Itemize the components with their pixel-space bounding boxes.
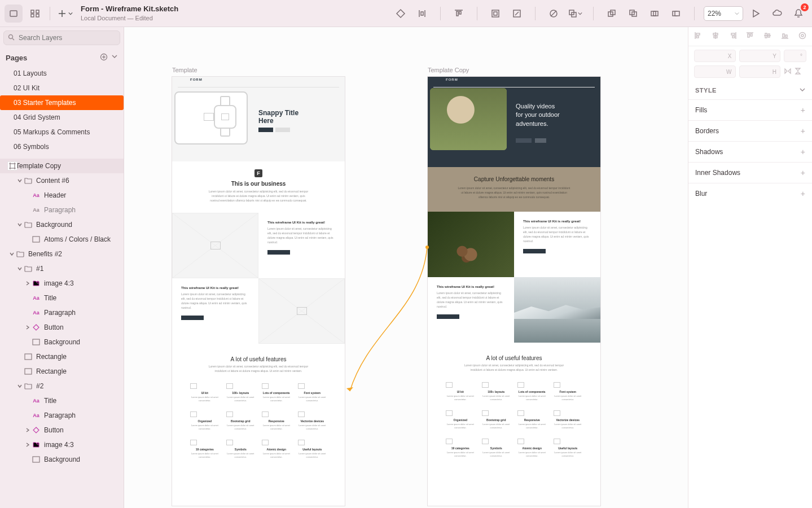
create-symbol-icon[interactable] [392,5,410,23]
forward-icon[interactable] [603,5,621,23]
preview-icon[interactable] [747,5,765,23]
layer-row[interactable]: Rectangle [0,349,124,364]
collapse-pages-icon[interactable] [111,53,118,63]
layer-row[interactable]: Atoms / Colors / Black [0,232,124,247]
layer-row[interactable]: image 4:3 [0,437,124,452]
feature-item: 100+ layoutsLorem ipsum dolor sit amet c… [482,382,511,401]
page-item[interactable]: 04 Grid System [0,110,124,125]
layer-row[interactable]: Background [0,452,124,467]
style-section-row[interactable]: Blur+ [688,183,812,204]
subtract-icon[interactable] [667,5,685,23]
style-section-row[interactable]: Inner Shadows+ [688,162,812,183]
backward-icon[interactable] [624,5,642,23]
boolean-ops-icon[interactable] [566,5,584,23]
style-section-header: STYLE [688,81,812,99]
add-icon[interactable]: + [801,147,805,156]
artboard-label-template-copy[interactable]: Template Copy [428,67,469,73]
layer-row[interactable]: AaParagraph [0,305,124,320]
align-bottom-icon[interactable] [781,32,789,41]
artboard-template[interactable]: FORM Snappy Title Here F This is our bus… [172,77,345,506]
h-field[interactable]: H [739,65,781,78]
page-item[interactable]: 01 Layouts [0,66,124,81]
edit-icon[interactable] [508,5,526,23]
flip-horizontal-icon[interactable] [784,67,792,77]
svg-marker-52 [33,427,39,433]
svg-rect-0 [10,11,17,16]
notifications-icon[interactable]: 2 [789,5,807,23]
align-right-icon[interactable] [729,32,737,41]
notification-badge: 2 [801,3,809,11]
page-item[interactable]: 03 Starter Templates [0,95,124,110]
svg-rect-63 [696,36,699,38]
svg-marker-48 [33,325,39,330]
flip-vertical-icon[interactable] [794,67,802,77]
layer-row[interactable]: Button [0,423,124,437]
layer-row[interactable]: Background [0,217,124,232]
svg-rect-72 [750,34,752,36]
canvas[interactable]: Template Template Copy FORM Snappy Title… [124,27,688,508]
add-page-icon[interactable] [100,53,108,63]
layer-row[interactable]: Content #6 [0,173,124,188]
layer-row[interactable]: Button [0,320,124,335]
align-vcenter-icon[interactable] [763,32,771,41]
mask-icon[interactable] [545,5,563,23]
align-top-icon[interactable] [450,5,468,23]
cloud-icon[interactable] [768,5,786,23]
align-hcenter-icon[interactable] [712,32,719,41]
page-item[interactable]: 06 Symbols [0,139,124,154]
layer-row[interactable]: Rectangle [0,364,124,379]
add-icon[interactable]: + [801,126,805,135]
prototype-link-arrow[interactable] [345,247,436,401]
page-item[interactable]: 05 Markups & Comments [0,125,124,139]
layer-row[interactable]: #1 [0,261,124,276]
align-top-icon[interactable] [746,32,754,41]
w-field[interactable]: W [694,65,736,78]
style-section-row[interactable]: Borders+ [688,120,812,141]
x-field[interactable]: X [694,50,736,62]
layer-row[interactable]: AaParagraph [0,408,124,423]
align-left-icon[interactable] [694,32,702,41]
union-icon[interactable] [646,5,664,23]
features-section: A lot of useful features Lorem ipsum dol… [172,344,345,469]
feature-item: Bootstrap gridLorem ipsum dolor sit amet… [226,411,256,431]
layer-row[interactable]: image 4:3 [0,276,124,291]
style-section-row[interactable]: Shadows+ [688,141,812,162]
components-view-toggle[interactable] [26,5,44,23]
chevron-down-icon[interactable] [800,87,805,94]
settings-icon[interactable] [798,32,806,41]
layer-row[interactable]: AaTitle [0,291,124,305]
svg-rect-49 [33,339,39,345]
feature-item: UI kitLorem ipsum dolor sit amet consect… [190,383,220,402]
insert-button[interactable] [56,5,74,23]
copy-features-section: A lot of useful features Lorem ipsum dol… [428,343,600,468]
feature-item: UI kitLorem ipsum dolor sit amet consect… [446,382,475,401]
layer-row[interactable]: AaHeader [0,188,124,203]
svg-rect-14 [492,10,499,17]
canvas-view-toggle[interactable] [5,5,23,23]
layer-row[interactable]: Template Copy [0,159,124,173]
add-icon[interactable]: + [801,168,805,177]
layer-row[interactable]: Benefits #2 [0,247,124,261]
artboard-template-copy[interactable]: FORM Quality videos for your outdoor adv… [428,77,600,506]
distribute-horizontal-icon[interactable] [413,5,431,23]
y-field[interactable]: Y [739,50,781,62]
artboard-label-template[interactable]: Template [172,67,197,73]
svg-marker-30 [753,10,759,17]
page-item[interactable]: 02 UI Kit [0,81,124,95]
layer-row[interactable]: AaTitle [0,393,124,408]
add-icon[interactable]: + [801,189,805,198]
style-section-row[interactable]: Fills+ [688,99,812,120]
add-icon[interactable]: + [801,106,805,115]
document-title-block: Form - Wireframe Kit.sketch Local Docume… [81,5,178,22]
rotation-field[interactable]: ° [784,50,806,62]
brand-logo: FORM [190,78,203,81]
search-input[interactable] [3,30,120,45]
layer-row[interactable]: AaParagraph [0,203,124,217]
zoom-select[interactable]: 22% [704,6,743,21]
svg-rect-4 [36,14,39,17]
scale-icon[interactable] [486,5,504,23]
layer-row[interactable]: Background [0,335,124,349]
svg-point-59 [425,246,429,249]
pinecone-photo [428,212,514,277]
layer-row[interactable]: #2 [0,379,124,393]
